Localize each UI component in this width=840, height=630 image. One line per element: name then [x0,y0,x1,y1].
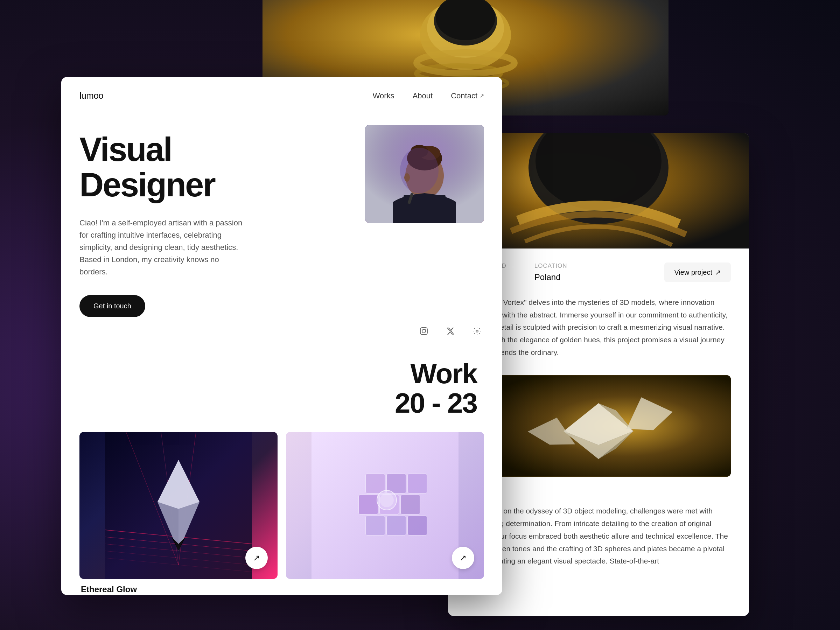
work-section-title: Work 20 - 23 [79,359,484,418]
nav-links: Works About Contact ↗ [373,92,484,101]
navbar: lumoo Works About Contact ↗ [61,77,502,111]
svg-rect-42 [366,516,385,535]
location-value: Poland [534,272,567,282]
location-label: LOCATION [534,262,567,270]
view-project-button[interactable]: View project ↗ [664,262,731,282]
svg-rect-43 [387,516,406,535]
svg-rect-36 [366,474,385,493]
meta-location: LOCATION Poland [534,262,567,282]
nav-about-link[interactable]: About [413,92,433,101]
hero-title: Visual Designer [79,132,351,203]
hero-image-wrapper [365,125,484,223]
svg-point-15 [400,148,439,193]
work-grid: ↗ Ethereal Glow Branding · 2022 [79,432,484,595]
svg-rect-38 [408,474,427,493]
hero-description: Ciao! I'm a self-employed artisan with a… [79,217,248,278]
work-item-1-label: Ethereal Glow Branding · 2022 [79,584,278,595]
instagram-icon[interactable] [417,324,431,338]
work-item-2: ↗ [286,432,484,595]
main-portfolio-card: lumoo Works About Contact ↗ Visual Desig… [61,77,502,595]
svg-rect-17 [420,328,427,335]
svg-point-46 [380,493,394,507]
work-item-1-arrow-button[interactable]: ↗ [245,547,268,569]
cta-button[interactable]: Get in touch [79,295,145,317]
hero-text: Visual Designer Ciao! I'm a self-employe… [79,125,351,317]
svg-point-19 [425,328,426,330]
svg-rect-41 [401,495,420,514]
project-bottom-image [466,375,731,477]
svg-point-18 [422,329,426,333]
logo: lumoo [79,90,103,101]
contact-label: Contact [451,92,477,101]
svg-rect-44 [408,516,427,535]
svg-point-16 [404,173,410,182]
hero-title-line1: Visual [79,131,172,168]
work-image-ethereal-glow: ↗ [79,432,278,579]
hero-portrait-image [365,125,484,223]
work-item-1-title: Ethereal Glow [81,584,276,594]
view-project-arrow-icon: ↗ [715,268,721,276]
work-item-1: ↗ Ethereal Glow Branding · 2022 [79,432,278,595]
svg-rect-39 [359,495,378,514]
nav-contact-link[interactable]: Contact ↗ [451,92,484,101]
work-title-line1: Work [79,359,477,388]
twitter-x-icon[interactable] [444,324,458,338]
project-meta: COMPLETED 2023 LOCATION Poland View proj… [466,262,731,282]
nav-works-link[interactable]: Works [373,92,395,101]
social-row [61,317,502,345]
work-item-2-arrow-button[interactable]: ↗ [452,547,474,569]
work-image-cubes: ↗ [286,432,484,579]
work-section: Work 20 - 23 [61,345,502,595]
hero-title-line2: Designer [79,166,215,203]
view-project-label: View project [674,268,712,276]
svg-point-20 [476,330,478,332]
settings-icon[interactable] [470,324,484,338]
project-description-1: "Enigmatic Vortex" delves into the myste… [466,296,731,358]
hero-section: Visual Designer Ciao! I'm a self-employe… [61,111,502,317]
work-title-line2: 20 - 23 [79,388,477,418]
svg-rect-37 [387,474,406,493]
external-link-icon: ↗ [480,92,484,99]
